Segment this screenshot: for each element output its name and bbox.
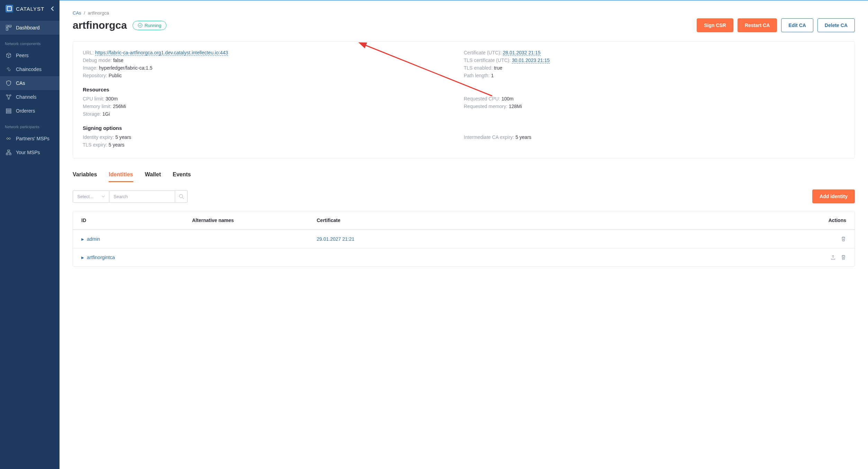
tab-events[interactable]: Events (173, 171, 191, 182)
col-header-id: ID (81, 218, 192, 223)
trash-icon (841, 255, 846, 260)
svg-rect-6 (6, 109, 11, 110)
restart-ca-button[interactable]: Restart CA (738, 18, 777, 32)
url-link[interactable]: https://fabric-ca-artfinorgca.org1.dev.c… (95, 50, 228, 56)
table-header: ID Alternative names Certificate Actions (73, 211, 855, 230)
breadcrumb-root[interactable]: CAs (73, 10, 81, 16)
export-button[interactable] (830, 255, 836, 260)
nav-partners-msps[interactable]: Partners' MSPs (0, 132, 60, 145)
action-buttons: Sign CSR Restart CA Edit CA Delete CA (697, 18, 855, 32)
tls-cert-label: TLS certificate (UTC): (464, 57, 510, 63)
logo-row: CATALYST (0, 0, 60, 17)
col-header-cert: Certificate (317, 218, 819, 223)
section-network-components: Network components (0, 35, 60, 48)
search-input[interactable]: Search (109, 191, 175, 203)
nav-cas[interactable]: CAs (0, 76, 60, 90)
status-badge: Running (133, 21, 166, 30)
debug-label: Debug mode: (83, 57, 112, 63)
debug-value: false (113, 57, 124, 63)
svg-point-12 (138, 23, 142, 27)
repo-value: Public (109, 73, 122, 78)
svg-rect-9 (8, 150, 10, 151)
tls-enabled-label: TLS enabled: (464, 65, 492, 71)
breadcrumb-separator: / (84, 10, 85, 16)
tls-exp-label: TLS expiry: (83, 142, 107, 148)
section-network-participants: Network participants (0, 118, 60, 132)
handshake-icon (6, 136, 12, 141)
cube-icon (6, 53, 12, 58)
add-identity-button[interactable]: Add identity (812, 189, 855, 203)
edit-ca-button[interactable]: Edit CA (781, 18, 813, 32)
export-icon (830, 255, 836, 260)
svg-rect-0 (6, 25, 8, 27)
collapse-sidebar-button[interactable] (51, 6, 54, 11)
mem-limit-label: Memory limit: (83, 104, 111, 109)
check-circle-icon (138, 23, 143, 28)
table-row[interactable]: ▶ admin 29.01.2027 21:21 (73, 230, 855, 248)
nav-peers[interactable]: Peers (0, 48, 60, 62)
storage-label: Storage: (83, 111, 101, 117)
nav-label: Orderers (16, 108, 35, 114)
row-id[interactable]: admin (87, 236, 100, 242)
row-id[interactable]: artfinorgintca (87, 255, 115, 260)
delete-button[interactable] (841, 255, 846, 260)
nav-label: Partners' MSPs (16, 136, 49, 141)
svg-rect-2 (6, 28, 8, 30)
tab-wallet[interactable]: Wallet (145, 171, 161, 182)
nav-chaincodes[interactable]: Chaincodes (0, 62, 60, 76)
nav-dashboard[interactable]: Dashboard (0, 21, 60, 35)
col-header-actions: Actions (819, 218, 846, 223)
stack-icon (6, 108, 12, 114)
search-button[interactable] (175, 190, 188, 203)
tls-enabled-value: true (494, 65, 502, 71)
req-cpu-label: Requested CPU: (464, 96, 500, 101)
link-icon (6, 67, 12, 72)
sidebar: CATALYST Dashboard Network components Pe… (0, 0, 60, 469)
svg-rect-1 (9, 25, 11, 27)
table-row[interactable]: ▶ artfinorgintca (73, 248, 855, 266)
path-len-value: 1 (491, 73, 494, 78)
status-text: Running (145, 23, 161, 28)
nav-label: Peers (16, 53, 29, 58)
detail-tabs: Variables Identities Wallet Events (73, 171, 855, 183)
cert-link[interactable]: 28.01.2032 21:15 (503, 50, 541, 56)
nav-your-msps[interactable]: Your MSPs (0, 145, 60, 159)
delete-button[interactable] (841, 236, 846, 242)
title-row: artfinorgca Running Sign CSR Restart CA … (73, 18, 855, 32)
tab-identities[interactable]: Identities (109, 171, 133, 182)
svg-rect-11 (9, 153, 11, 155)
svg-rect-7 (6, 110, 11, 112)
tls-exp-value: 5 years (109, 142, 125, 148)
resources-heading: Resources (83, 87, 845, 92)
path-len-label: Path length: (464, 73, 490, 78)
image-label: Image: (83, 65, 98, 71)
filter-row: Select... Search Add identity (73, 189, 855, 203)
select-placeholder: Select... (77, 194, 93, 199)
req-mem-value: 128Mi (509, 104, 522, 109)
main-nav: Dashboard Network components Peers Chain… (0, 21, 60, 159)
filter-select[interactable]: Select... (73, 191, 109, 203)
caret-right-icon: ▶ (81, 256, 84, 259)
delete-ca-button[interactable]: Delete CA (817, 18, 855, 32)
main-content: CAs / artfinorgca artfinorgca Running Si… (60, 0, 868, 469)
caret-right-icon: ▶ (81, 237, 84, 241)
svg-rect-10 (6, 153, 8, 155)
identities-table: ID Alternative names Certificate Actions… (73, 211, 855, 267)
shield-icon (6, 80, 12, 86)
nav-label: CAs (16, 80, 25, 86)
dashboard-icon (6, 25, 12, 30)
svg-point-13 (179, 194, 183, 198)
search-icon (179, 194, 184, 199)
search-placeholder: Search (114, 194, 128, 199)
id-exp-value: 5 years (115, 134, 131, 140)
sign-csr-button[interactable]: Sign CSR (697, 18, 733, 32)
req-mem-label: Requested memory: (464, 104, 507, 109)
req-cpu-value: 100m (501, 96, 514, 101)
nav-orderers[interactable]: Orderers (0, 104, 60, 118)
breadcrumb-current: artfinorgca (88, 10, 109, 16)
tab-variables[interactable]: Variables (73, 171, 97, 182)
cert-label: Certificate (UTC): (464, 50, 501, 55)
url-label: URL: (83, 50, 94, 55)
nav-channels[interactable]: Channels (0, 90, 60, 104)
tls-cert-link[interactable]: 30.01.2023 21:15 (512, 57, 550, 63)
